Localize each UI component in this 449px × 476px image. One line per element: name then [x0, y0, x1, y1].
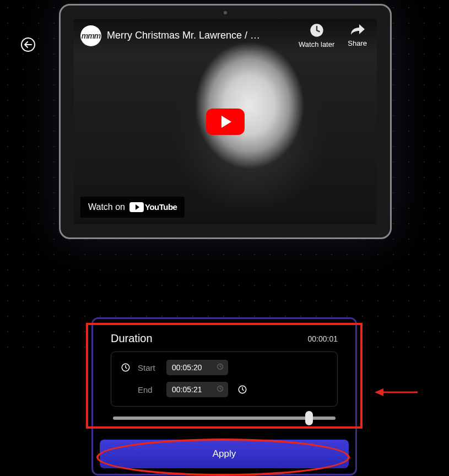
annotation-arrow — [375, 386, 419, 399]
video-player[interactable]: mmm Merry Christmas Mr. Lawrence / … Wat… — [74, 19, 377, 224]
share-icon — [349, 23, 366, 37]
play-icon — [221, 116, 231, 128]
share-button[interactable]: Share — [348, 23, 367, 48]
arrow-left-icon — [24, 41, 32, 48]
end-row: End — [120, 382, 328, 397]
duration-title: Duration — [111, 332, 153, 345]
duration-slider[interactable] — [113, 416, 336, 420]
duration-panel: Duration 00:00:01 Start — [91, 317, 357, 475]
channel-avatar[interactable]: mmm — [80, 25, 101, 46]
play-button[interactable] — [206, 109, 245, 135]
video-actions: Watch later Share — [299, 23, 370, 48]
end-clock-icon[interactable] — [237, 384, 248, 395]
watch-later-button[interactable]: Watch later — [299, 23, 334, 48]
time-range-box: Start End — [111, 351, 338, 407]
tablet-camera-dot — [224, 11, 227, 14]
back-button[interactable] — [21, 37, 35, 52]
start-row: Start — [120, 360, 328, 375]
clock-icon — [309, 23, 324, 38]
slider-thumb[interactable] — [305, 411, 313, 425]
svg-marker-6 — [375, 388, 383, 396]
video-top-bar: mmm Merry Christmas Mr. Lawrence / … Wat… — [74, 19, 377, 52]
clock-icon — [120, 362, 131, 373]
duration-card: Duration 00:00:01 Start — [99, 324, 350, 430]
start-time-input[interactable] — [166, 360, 228, 375]
start-label: Start — [138, 363, 160, 372]
end-label: End — [138, 385, 160, 394]
share-label: Share — [348, 39, 367, 47]
apply-button[interactable]: Apply — [100, 440, 349, 468]
spacer — [120, 384, 131, 395]
watch-on-prefix: Watch on — [88, 202, 125, 212]
duration-total: 00:00:01 — [308, 334, 338, 343]
video-title: Merry Christmas Mr. Lawrence / … — [107, 30, 293, 41]
youtube-logo: YouTube — [129, 202, 177, 212]
watch-later-label: Watch later — [299, 40, 334, 48]
end-time-input[interactable] — [166, 382, 228, 397]
tablet-frame: mmm Merry Christmas Mr. Lawrence / … Wat… — [59, 4, 392, 239]
watch-on-youtube-button[interactable]: Watch on YouTube — [80, 197, 185, 218]
